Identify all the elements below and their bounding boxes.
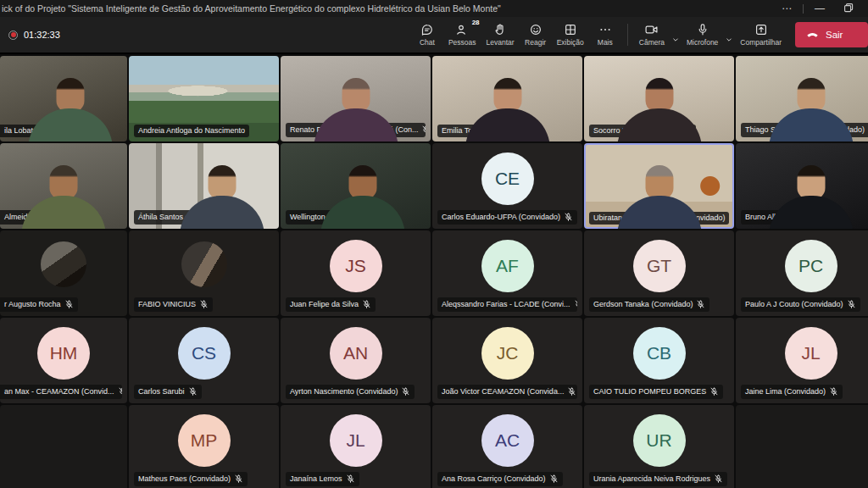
participant-name: Aleqssandro Farias - LCADE (Convi... — [442, 301, 570, 308]
participant-tile[interactable]: ACAna Rosa Carriço (Convidado) — [432, 405, 582, 488]
leave-meeting-label: Sair — [826, 30, 843, 40]
toolbar-button-react[interactable]: Reagir — [520, 16, 552, 53]
participant-tile[interactable]: URUrania Aparecida Neiva Rodrigues — [584, 405, 734, 488]
participant-name-label: r Augusto Rocha — [0, 297, 78, 312]
participant-name: Renato Francês - PCT Guamá (Con... — [290, 126, 418, 134]
people-icon — [455, 23, 469, 36]
leave-meeting-button[interactable]: Sair — [795, 22, 868, 47]
mic-muted-icon — [814, 213, 823, 222]
participant-name: CAIO TULIO POMPEU BORGES — [593, 388, 706, 396]
participant-tile[interactable]: Áthila Santos de Lima — [129, 143, 279, 229]
participant-name-label: Socorro Palheta (Convidado) — [589, 125, 696, 137]
participant-name-label: Renato Francês - PCT Guamá (Con... — [286, 123, 426, 137]
participant-tile[interactable]: GTGerdson Tanaka (Convidado) — [584, 230, 734, 316]
toolbar-button-label: Pessoas — [448, 38, 476, 47]
participant-name: Urania Aparecida Neiva Rodrigues — [593, 475, 710, 483]
participant-tile[interactable]: Almeida Bernardes — [0, 143, 127, 229]
participant-name: Wellington Fonseca — [290, 214, 357, 221]
participant-tile[interactable]: CBCAIO TULIO POMPEU BORGES — [584, 318, 734, 403]
participant-grid: ila LobatoAndreia Antloga do NascimentoR… — [0, 56, 868, 488]
toolbar-button-more[interactable]: Mais — [589, 16, 621, 53]
mic-muted-icon — [401, 387, 410, 396]
toolbar-button-label: Compartilhar — [740, 38, 782, 47]
participant-tile[interactable]: JLJanaína Lemos — [281, 405, 431, 488]
participant-name: Gerdson Tanaka (Convidado) — [593, 301, 693, 308]
participant-name-label: Carlos Sarubi — [134, 385, 202, 399]
toolbar-button-mic[interactable]: Microfone — [682, 16, 723, 53]
mic-muted-icon — [564, 213, 573, 222]
participant-tile[interactable]: r Augusto Rocha — [0, 230, 127, 316]
mic-muted-icon — [829, 387, 838, 396]
mic-muted-icon — [567, 387, 576, 396]
participant-tile[interactable] — [736, 405, 868, 488]
toolbar-button-chat[interactable]: Chat — [411, 16, 443, 53]
toolbar-button-raise[interactable]: Levantar — [481, 16, 520, 53]
participant-name-label: FABIO VINICIUS — [134, 297, 213, 312]
participant-name: Paulo A J Couto (Convidado) — [745, 301, 843, 308]
ellipsis-icon: ⋯ — [782, 3, 792, 14]
meeting-title: ick of do Projeto "Sistema Inteligente d… — [0, 3, 772, 14]
mic-options-chevron[interactable] — [724, 25, 734, 45]
mic-muted-icon — [360, 213, 370, 222]
participant-avatar: JL — [785, 327, 837, 380]
participant-tile[interactable]: Andreia Antloga do Nascimento — [129, 56, 279, 141]
participant-tile[interactable]: CECarlos Eduardo-UFPA (Convidado) — [432, 143, 582, 229]
restore-button[interactable] — [834, 0, 863, 17]
mic-muted-icon — [847, 300, 856, 309]
toolbar-divider — [627, 24, 628, 46]
raise-hand-icon — [493, 23, 507, 36]
participant-tile[interactable]: Ubiratan Holanda Bezerra (Convidado) — [584, 143, 734, 229]
participant-avatar: GT — [633, 240, 686, 292]
participant-avatar: AF — [481, 240, 534, 292]
participant-name-label: ila Lobato — [0, 125, 42, 137]
participant-name-label: Ayrton Nascimento (Convidado) — [286, 385, 415, 399]
participant-name-label: Bruno Albuquerque — [741, 210, 827, 225]
participant-name-label: Gerdson Tanaka (Convidado) — [589, 297, 709, 312]
participant-tile[interactable]: PCPaulo A J Couto (Convidado) — [736, 230, 868, 316]
participant-tile[interactable]: Renato Francês - PCT Guamá (Con... — [281, 56, 431, 141]
participant-name-label: Aleqssandro Farias - LCADE (Convi... — [437, 297, 577, 312]
mic-muted-icon — [362, 300, 371, 309]
participant-tile[interactable]: Wellington Fonseca — [281, 143, 431, 229]
camera-options-chevron[interactable] — [670, 25, 681, 45]
participant-tile[interactable]: MPMatheus Paes (Convidado) — [129, 405, 279, 488]
participant-avatar: JC — [481, 327, 534, 380]
participant-avatar: JL — [330, 414, 382, 467]
participant-name: Bruno Albuquerque — [745, 214, 810, 221]
participant-name-label: CAIO TULIO POMPEU BORGES — [589, 385, 723, 399]
participant-tile[interactable]: Emilia Tostes (Convidado) — [432, 56, 582, 141]
titlebar: ick of do Projeto "Sistema Inteligente d… — [0, 0, 868, 17]
participant-tile[interactable]: CSCarlos Sarubi — [129, 318, 279, 403]
participant-name-label: Almeida Bernardes — [0, 210, 86, 225]
camera-icon — [644, 23, 659, 36]
mic-muted-icon — [234, 474, 243, 484]
chevron-down-icon — [724, 35, 734, 45]
mic-muted-icon — [64, 300, 74, 309]
toolbar-button-camera[interactable]: Câmera — [634, 16, 670, 53]
toolbar-button-people[interactable]: 28Pessoas — [443, 16, 481, 53]
mic-muted-icon — [118, 387, 122, 396]
more-options-button[interactable]: ⋯ — [772, 0, 801, 17]
participant-tile[interactable]: Thiago Soares - UFPA (Convidado) — [736, 56, 868, 141]
participant-avatar: PC — [785, 240, 837, 292]
participant-tile[interactable]: Bruno Albuquerque — [736, 143, 868, 229]
toolbar-button-share[interactable]: Compartilhar — [735, 16, 787, 53]
participant-tile[interactable]: ila Lobato — [0, 56, 127, 141]
participant-tile[interactable]: Socorro Palheta (Convidado) — [584, 56, 734, 141]
participant-tile[interactable] — [0, 405, 127, 488]
participant-tile[interactable]: JCJoão Victor CEAMAZON (Convida... — [432, 318, 582, 403]
hang-up-icon — [805, 27, 820, 42]
participant-name-label: Janaína Lemos — [286, 472, 359, 486]
participant-tile[interactable]: ANAyrton Nascimento (Convidado) — [281, 318, 431, 403]
share-icon — [754, 23, 768, 36]
view-icon — [564, 23, 577, 36]
participant-tile[interactable]: HMan Max - CEAMAZON (Convid... — [0, 318, 127, 403]
participant-tile[interactable]: AFAleqssandro Farias - LCADE (Convi... — [432, 230, 582, 316]
participant-tile[interactable]: FABIO VINICIUS — [129, 230, 279, 316]
participant-tile[interactable]: JLJaine Lima (Convidado) — [736, 318, 868, 403]
toolbar-button-view[interactable]: Exibição — [552, 16, 589, 53]
participant-tile[interactable]: JSJuan Felipe da Silva — [281, 230, 431, 316]
minimize-button[interactable]: — — [805, 0, 834, 17]
mic-muted-icon — [709, 387, 719, 396]
participant-name: Andreia Antloga do Nascimento — [138, 127, 245, 135]
